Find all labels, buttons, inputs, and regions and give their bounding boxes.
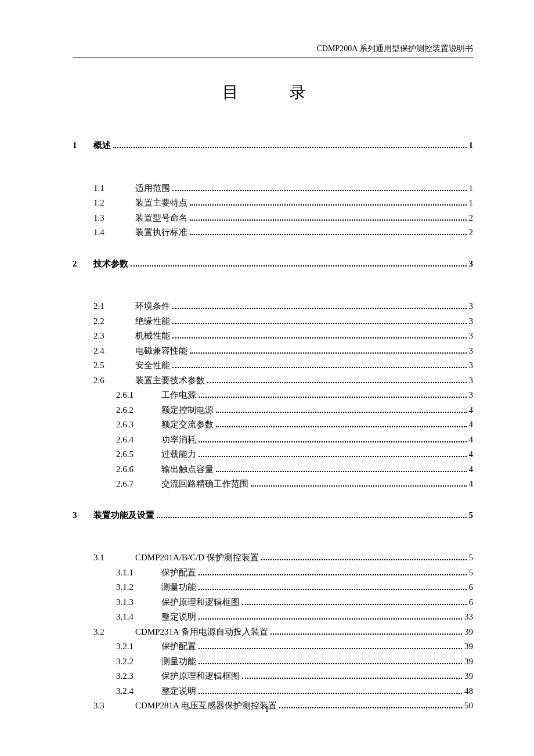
toc-entry-page: 3 <box>469 358 474 373</box>
toc-entry-page: 4 <box>469 403 474 418</box>
toc-entry: 2.6.5过载能力4 <box>116 447 473 462</box>
toc-leader-dots <box>172 333 467 339</box>
toc-entry-label: 测量功能 <box>161 654 196 669</box>
toc-entry-number: 2.2 <box>93 314 135 329</box>
toc-entry-page: 1 <box>469 181 474 196</box>
toc-entry-number: 2.6.7 <box>116 477 161 492</box>
toc-entry-number: 2.6.3 <box>116 417 161 433</box>
toc-leader-dots <box>199 452 467 458</box>
toc-entry-number: 2.4 <box>93 344 135 359</box>
toc-leader-dots <box>199 644 462 650</box>
toc-title: 目 录 <box>73 81 473 103</box>
toc-entry-page: 4 <box>469 462 474 477</box>
toc-leader-dots <box>157 512 467 518</box>
toc-entry-page: 3 <box>469 257 474 272</box>
toc-entry: 1.4装置执行标准2 <box>93 225 473 240</box>
toc-entry-label: 保护配置 <box>161 566 196 581</box>
toc-entry: 1.3装置型号命名2 <box>93 211 473 226</box>
toc-entry-page: 39 <box>464 669 473 684</box>
toc-leader-dots <box>242 599 467 605</box>
toc-leader-dots <box>261 555 467 561</box>
toc-entry: 3装置功能及设置5 <box>73 508 473 523</box>
toc-entry-number: 1 <box>73 138 93 153</box>
toc-entry: 2.6.2额定控制电源4 <box>116 403 473 418</box>
toc-entry-number: 2.6.1 <box>116 388 161 403</box>
toc-entry: 2.3机械性能3 <box>93 329 473 344</box>
toc-entry-page: 3 <box>469 329 474 344</box>
toc-entry: 3.1.1保护配置5 <box>116 566 473 581</box>
toc-entry: 1.2装置主要特点1 <box>93 196 473 211</box>
toc-entry-page: 3 <box>469 314 474 329</box>
toc-entry-page: 4 <box>469 417 474 433</box>
toc-entry: 3.1.2测量功能6 <box>116 580 473 595</box>
toc-leader-dots <box>190 200 467 206</box>
toc-leader-dots <box>172 363 467 369</box>
toc-leader-dots <box>190 215 467 221</box>
toc-entry-page: 2 <box>469 225 474 240</box>
toc-entry-label: 输出触点容量 <box>161 462 214 477</box>
toc-entry-page: 5 <box>469 508 474 523</box>
toc-entry-label: 保护配置 <box>161 639 196 654</box>
toc-entry-page: 1 <box>469 196 474 211</box>
toc-entry-page: 1 <box>469 138 474 153</box>
toc-entry: 2.6.7交流回路精确工作范围4 <box>116 477 473 492</box>
toc-entry: 2.4电磁兼容性能3 <box>93 344 473 359</box>
toc-entry-label: 保护原理和逻辑框图 <box>161 595 240 610</box>
toc-entry-label: 技术参数 <box>93 257 128 272</box>
toc-entry-number: 3.2.2 <box>116 654 161 669</box>
toc-entry: 3.1.4整定说明33 <box>116 610 473 625</box>
toc-entry-label: 适用范围 <box>135 181 170 196</box>
toc-entry-page: 4 <box>469 433 474 448</box>
toc-entry-page: 3 <box>469 373 474 388</box>
toc-leader-dots <box>270 629 462 635</box>
toc-entry-label: 交流回路精确工作范围 <box>161 477 248 492</box>
page-number: I <box>0 704 534 714</box>
toc-leader-dots <box>216 422 467 428</box>
toc-entry-label: 功率消耗 <box>161 433 196 448</box>
toc-entry-page: 4 <box>469 447 474 462</box>
toc-entry-label: 概述 <box>93 138 111 153</box>
toc-entry-number: 2.3 <box>93 329 135 344</box>
toc-leader-dots <box>216 407 467 413</box>
page-header: CDMP200A 系列通用型保护测控装置说明书 <box>316 44 473 54</box>
toc-leader-dots <box>199 437 467 442</box>
toc-entry-page: 4 <box>469 477 474 492</box>
toc-entry: 3.2.3保护原理和逻辑框图39 <box>116 669 473 684</box>
toc-entry-number: 3.1 <box>93 550 135 566</box>
toc-leader-dots <box>172 318 467 324</box>
toc-entry: 2.5安全性能3 <box>93 358 473 373</box>
toc-entry: 3.2.1保护配置39 <box>116 639 473 654</box>
toc-entry: 3.2.4整定说明48 <box>116 684 473 699</box>
toc-entry-number: 1.1 <box>93 181 135 196</box>
toc-entry: 3.1CDMP201A/B/C/D 保护测控装置5 <box>93 550 473 566</box>
toc-entry-label: 过载能力 <box>161 447 196 462</box>
toc-entry-number: 2.5 <box>93 358 135 373</box>
toc-entry-number: 2.6.5 <box>116 447 161 462</box>
toc-entry-number: 3.2.4 <box>116 684 161 699</box>
toc-entry-number: 2.6.6 <box>116 462 161 477</box>
toc-entry-label: 额定交流参数 <box>161 417 214 433</box>
toc-entry-page: 5 <box>469 566 474 581</box>
toc-entry-label: 电磁兼容性能 <box>135 344 187 359</box>
toc-entry: 2技术参数3 <box>73 257 473 272</box>
toc-leader-dots <box>190 348 467 354</box>
toc-entry-number: 1.4 <box>93 225 135 240</box>
toc-entry-number: 3.2.1 <box>116 639 161 654</box>
toc-entry-label: 绝缘性能 <box>135 314 170 329</box>
toc-leader-dots <box>199 393 467 398</box>
toc-leader-dots <box>190 230 467 236</box>
toc-entry-number: 2 <box>73 257 93 272</box>
toc-entry-page: 39 <box>464 654 473 669</box>
toc-entry: 2.6.1工作电源3 <box>116 388 473 403</box>
toc-entry: 1.1适用范围1 <box>93 181 473 196</box>
toc-entry-number: 1.3 <box>93 211 135 226</box>
toc-entry-number: 3.1.3 <box>116 595 161 610</box>
toc-entry-label: 测量功能 <box>161 580 196 595</box>
toc-entry-page: 33 <box>464 610 473 625</box>
toc-entry-label: CDMP231A 备用电源自动投入装置 <box>135 625 268 640</box>
toc-entry-number: 2.1 <box>93 299 135 314</box>
toc-entry-number: 3.1.1 <box>116 566 161 581</box>
toc-entry-number: 3.1.2 <box>116 580 161 595</box>
toc-entry-label: 装置型号命名 <box>135 211 187 226</box>
toc-entry-page: 5 <box>469 550 474 566</box>
